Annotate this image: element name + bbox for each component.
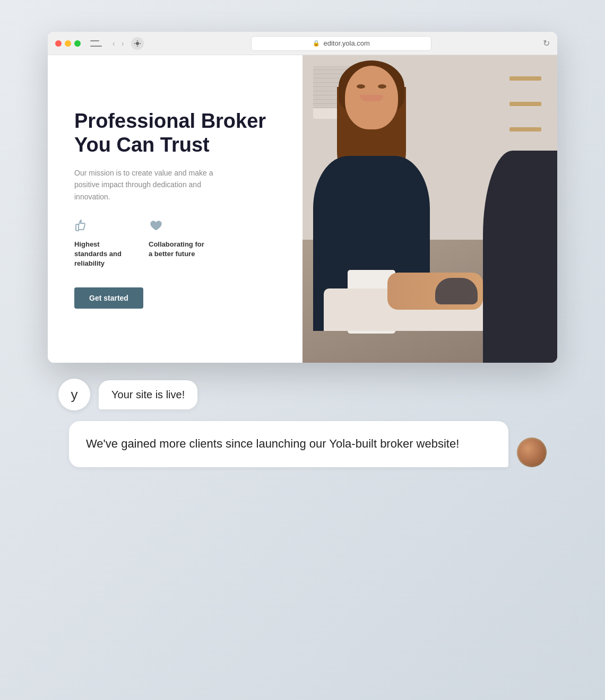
features-row: Highest standards and reliability Collab… xyxy=(74,218,276,269)
bubble-right: We've gained more clients since launchin… xyxy=(69,421,508,467)
chat-bubble-right: We've gained more clients since launchin… xyxy=(69,421,547,467)
minimize-button[interactable] xyxy=(65,40,71,47)
yola-avatar: y xyxy=(58,379,90,410)
brightness-icon xyxy=(131,37,144,50)
feature-item-1: Highest standards and reliability xyxy=(74,218,133,269)
sidebar-toggle-icon[interactable] xyxy=(90,38,105,49)
hero-description: Our mission is to create value and make … xyxy=(74,167,223,203)
website-content: Professional Broker You Can Trust Our mi… xyxy=(48,55,557,363)
feature-2-label: Collaborating for a better future xyxy=(149,240,207,259)
back-button[interactable]: ‹ xyxy=(110,38,117,49)
address-bar[interactable]: 🔒 editor.yola.com xyxy=(251,36,431,51)
nav-arrows: ‹ › xyxy=(110,38,126,49)
forward-button[interactable]: › xyxy=(119,38,126,49)
person-right xyxy=(483,151,557,363)
feature-item-2: Collaborating for a better future xyxy=(149,218,207,269)
hero-title: Professional Broker You Can Trust xyxy=(74,109,276,158)
url-text: editor.yola.com xyxy=(323,39,369,47)
bubble-left: Your site is live! xyxy=(99,380,197,409)
handshake-area xyxy=(387,273,483,310)
user-avatar-face xyxy=(518,439,545,466)
broker-image xyxy=(302,55,557,363)
left-panel: Professional Broker You Can Trust Our mi… xyxy=(48,55,302,363)
shelves xyxy=(509,76,541,153)
reload-button[interactable]: ↻ xyxy=(543,38,550,48)
lock-icon: 🔒 xyxy=(313,40,320,47)
maximize-button[interactable] xyxy=(74,40,81,47)
browser-toolbar: ‹ › 🔒 editor.yola.com ↻ xyxy=(48,32,557,55)
feature-1-label: Highest standards and reliability xyxy=(74,240,133,269)
heart-icon xyxy=(149,218,207,235)
chat-bubble-left: y Your site is live! xyxy=(58,379,547,410)
browser-window: ‹ › 🔒 editor.yola.com ↻ Professional Bro… xyxy=(48,32,557,363)
svg-point-0 xyxy=(136,42,139,45)
get-started-button[interactable]: Get started xyxy=(74,287,143,309)
close-button[interactable] xyxy=(55,40,62,47)
traffic-lights xyxy=(55,40,81,47)
right-panel xyxy=(302,55,557,363)
chat-section: y Your site is live! We've gained more c… xyxy=(48,379,557,467)
thumbs-up-icon xyxy=(74,218,133,235)
user-avatar xyxy=(517,438,547,467)
person-head xyxy=(345,66,398,129)
